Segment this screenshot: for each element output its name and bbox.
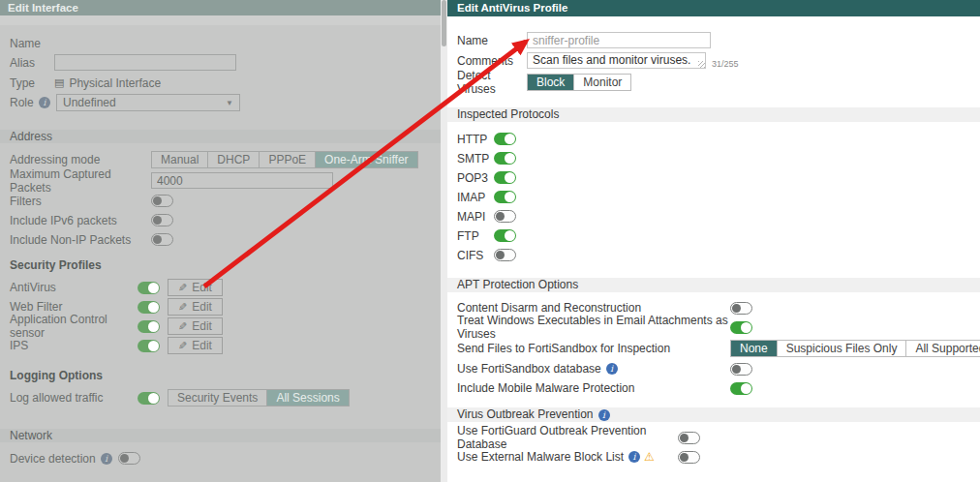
ftp-toggle[interactable]	[494, 229, 516, 242]
comments-textarea[interactable]: Scan files and monitor viruses.	[527, 52, 706, 69]
send-to-fortisandbox-label: Send Files to FortiSandbox for Inspectio…	[457, 342, 730, 355]
scrollbar-thumb[interactable]	[442, 0, 446, 46]
addressing-mode-label: Addressing mode	[10, 153, 151, 166]
web-filter-edit-button[interactable]: ✎Edit	[168, 298, 223, 316]
name-label: Name	[10, 37, 54, 50]
ips-toggle[interactable]	[138, 340, 160, 352]
cifs-label: CIFS	[457, 249, 494, 262]
log-allowed-traffic-toggle[interactable]	[138, 392, 160, 405]
log-security-events-option[interactable]: Security Events	[168, 390, 266, 406]
edit-interface-title: Edit Interface	[0, 0, 441, 15]
pop3-label: POP3	[457, 171, 494, 185]
external-blocklist-label: Use External Malware Block List	[457, 450, 624, 464]
include-ipv6-label: Include IPv6 packets	[10, 214, 151, 227]
pencil-icon: ✎	[178, 320, 187, 333]
fortisandbox-db-label: Use FortiSandbox database	[457, 362, 601, 376]
pencil-icon: ✎	[178, 301, 187, 314]
filters-label: Filters	[10, 195, 151, 208]
inspected-protocols-section-header: Inspected Protocols	[447, 107, 980, 122]
include-non-ip-toggle[interactable]	[151, 233, 173, 246]
addressing-mode-segmented: Manual DHCP PPPoE One-Arm Sniffer	[151, 151, 418, 168]
address-section-header: Address	[0, 130, 441, 143]
imap-label: IMAP	[457, 191, 494, 204]
antivirus-toggle[interactable]	[138, 282, 160, 294]
app-control-edit-button[interactable]: ✎Edit	[168, 317, 223, 335]
log-all-sessions-option[interactable]: All Sessions	[266, 390, 348, 406]
mapi-toggle[interactable]	[494, 210, 516, 223]
fortisandbox-db-toggle[interactable]	[730, 363, 752, 376]
comments-char-counter: 31/255	[712, 59, 739, 69]
alias-input[interactable]	[54, 54, 236, 71]
chevron-down-icon: ▼	[226, 99, 233, 107]
sandbox-none-option[interactable]: None	[731, 341, 777, 356]
max-captured-packets-label: Maximum Captured Packets	[10, 167, 151, 195]
alias-label: Alias	[10, 56, 54, 70]
edit-antivirus-profile-title: Edit AntiVirus Profile	[447, 0, 980, 16]
profile-name-input[interactable]	[527, 32, 711, 48]
fortiguard-outbreak-label: Use FortiGuard Outbreak Prevention Datab…	[457, 424, 678, 451]
cifs-toggle[interactable]	[494, 249, 516, 261]
profile-name-label: Name	[457, 34, 527, 47]
pop3-toggle[interactable]	[494, 171, 516, 184]
role-info-icon: i	[39, 97, 50, 108]
imap-toggle[interactable]	[494, 191, 516, 203]
ips-label: IPS	[10, 339, 138, 352]
treat-exe-as-viruses-toggle[interactable]	[730, 321, 752, 334]
security-profiles-section-header: Security Profiles	[10, 259, 431, 272]
comments-label: Comments	[457, 54, 527, 68]
edit-antivirus-profile-panel: Edit AntiVirus Profile Name Comments Sca…	[447, 0, 980, 482]
device-detection-label: Device detection	[10, 452, 96, 466]
detect-monitor-option[interactable]: Monitor	[573, 75, 630, 90]
smtp-toggle[interactable]	[494, 152, 516, 165]
ips-edit-button[interactable]: ✎Edit	[168, 337, 223, 354]
include-non-ip-label: Include Non-IP Packets	[10, 233, 151, 247]
web-filter-label: Web Filter	[10, 300, 138, 314]
warning-icon: ⚠	[644, 450, 655, 464]
external-blocklist-toggle[interactable]	[678, 451, 700, 464]
device-detection-info-icon: i	[101, 453, 112, 465]
detect-block-option[interactable]: Block	[528, 75, 573, 90]
fortisandbox-segmented: None Suspicious Files Only All Supported…	[730, 340, 980, 357]
fortigate-screen: Edit Interface Name Alias Type ▤ Physica…	[0, 0, 980, 482]
virus-outbreak-section-header: Virus Outbreak Prevention i	[447, 407, 980, 422]
fortiguard-outbreak-toggle[interactable]	[678, 432, 700, 444]
device-detection-toggle[interactable]	[118, 452, 140, 465]
detect-viruses-label: Detect Viruses	[457, 69, 527, 96]
addressing-mode-manual[interactable]: Manual	[152, 152, 207, 167]
treat-exe-as-viruses-label: Treat Windows Executables in Email Attac…	[457, 314, 730, 341]
antivirus-label: AntiVirus	[10, 281, 138, 294]
addressing-mode-pppoe[interactable]: PPPoE	[259, 152, 315, 167]
logging-options-section-header: Logging Options	[10, 370, 431, 382]
network-section-header: Network	[0, 429, 441, 442]
filters-toggle[interactable]	[151, 195, 173, 207]
content-disarm-toggle[interactable]	[730, 302, 752, 315]
web-filter-toggle[interactable]	[138, 301, 160, 314]
antivirus-edit-button[interactable]: ✎Edit	[168, 279, 223, 296]
app-control-label: Application Control sensor	[10, 313, 138, 340]
apt-protection-section-header: APT Protection Options	[447, 278, 980, 292]
max-captured-packets-input[interactable]	[151, 172, 333, 189]
addressing-mode-dhcp[interactable]: DHCP	[207, 152, 259, 167]
sandbox-all-supported-option[interactable]: All Supported Files	[905, 341, 980, 356]
physical-interface-icon: ▤	[54, 76, 64, 89]
http-label: HTTP	[457, 133, 494, 146]
addressing-mode-one-arm-sniffer[interactable]: One-Arm Sniffer	[315, 152, 416, 167]
role-dropdown[interactable]: Undefined ▼	[56, 94, 240, 111]
sandbox-suspicious-option[interactable]: Suspicious Files Only	[777, 341, 906, 356]
log-mode-segmented: Security Events All Sessions	[168, 389, 350, 407]
smtp-label: SMTP	[457, 152, 494, 166]
mobile-malware-label: Include Mobile Malware Protection	[457, 381, 730, 395]
detect-viruses-segmented: Block Monitor	[527, 74, 631, 91]
ftp-label: FTP	[457, 229, 494, 243]
http-toggle[interactable]	[494, 133, 516, 145]
vertical-scrollbar[interactable]	[441, 0, 447, 482]
fortisandbox-db-info-icon: i	[606, 363, 618, 375]
app-control-toggle[interactable]	[138, 320, 160, 333]
external-blocklist-info-icon: i	[628, 451, 640, 463]
include-ipv6-toggle[interactable]	[151, 214, 173, 226]
role-value: Undefined	[63, 96, 116, 109]
log-allowed-traffic-label: Log allowed traffic	[10, 391, 138, 405]
edit-interface-panel: Edit Interface Name Alias Type ▤ Physica…	[0, 0, 441, 482]
resize-grip-icon[interactable]	[698, 61, 705, 68]
mobile-malware-toggle[interactable]	[730, 382, 752, 395]
